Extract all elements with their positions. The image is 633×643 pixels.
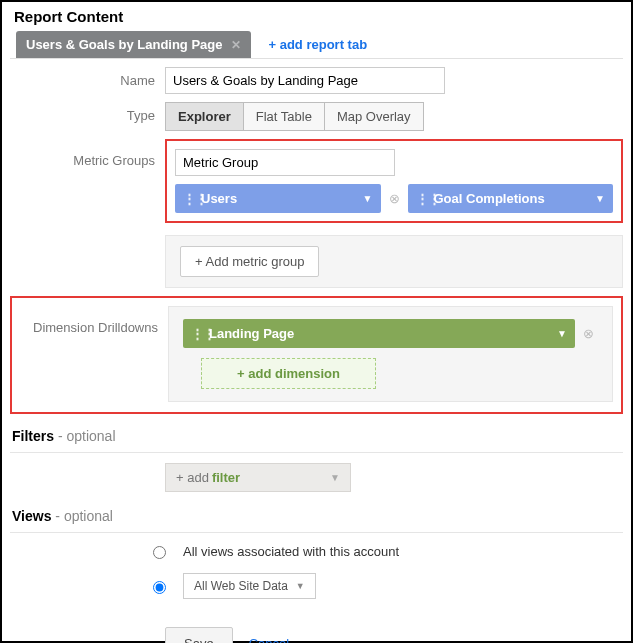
save-button[interactable]: Save — [165, 627, 233, 643]
tab-active[interactable]: Users & Goals by Landing Page ✕ — [16, 31, 251, 58]
chip-label: Goal Completions — [434, 191, 545, 206]
report-content-panel: Report Content Users & Goals by Landing … — [0, 0, 633, 643]
divider — [10, 532, 623, 533]
report-name-input[interactable] — [165, 67, 445, 94]
label-metric-groups: Metric Groups — [10, 139, 165, 168]
radio-label: All views associated with this account — [183, 544, 399, 559]
add-filter-button[interactable]: + add filter ▼ — [165, 463, 351, 492]
cancel-link[interactable]: Cancel — [249, 636, 289, 643]
chevron-down-icon: ▼ — [330, 472, 340, 483]
chip-label: Landing Page — [209, 326, 294, 341]
chevron-down-icon: ▼ — [296, 581, 305, 591]
add-dimension-button[interactable]: + add dimension — [201, 358, 376, 389]
chevron-down-icon[interactable]: ▼ — [595, 193, 605, 204]
dimension-drilldowns-highlight: Dimension Drilldowns ⋮⋮ Landing Page ▼ ⊗… — [10, 296, 623, 414]
section-title: Report Content — [10, 8, 623, 25]
label-name: Name — [10, 67, 165, 88]
views-radio-selected: All Web Site Data ▼ — [148, 573, 623, 599]
drag-handle-icon[interactable]: ⋮⋮ — [191, 326, 201, 341]
add-metric-group-box: + Add metric group — [165, 235, 623, 288]
tab-label: Users & Goals by Landing Page — [26, 37, 223, 52]
type-explorer[interactable]: Explorer — [165, 102, 244, 131]
metric-chip-goal-completions[interactable]: ⋮⋮ Goal Completions ▼ — [408, 184, 614, 213]
remove-dimension[interactable]: ⊗ — [579, 326, 598, 341]
drag-handle-icon[interactable]: ⋮⋮ — [183, 191, 193, 206]
close-icon[interactable]: ✕ — [231, 38, 241, 52]
label-type: Type — [10, 102, 165, 123]
remove-metric-users[interactable]: ⊗ — [385, 191, 404, 206]
row-metric-groups: Metric Groups ⋮⋮ Users ▼ ⊗ ⋮⋮ Goal Compl… — [10, 139, 623, 288]
dimension-chip-landing-page[interactable]: ⋮⋮ Landing Page ▼ — [183, 319, 575, 348]
divider — [10, 452, 623, 453]
chevron-down-icon[interactable]: ▼ — [557, 328, 567, 339]
row-name: Name — [10, 67, 623, 94]
radio-all-views[interactable] — [153, 546, 166, 559]
row-type: Type Explorer Flat Table Map Overlay — [10, 102, 623, 131]
filters-heading: Filters - optional — [12, 428, 623, 444]
label-dimension-drilldowns: Dimension Drilldowns — [20, 306, 168, 335]
radio-selected-view[interactable] — [153, 581, 166, 594]
add-metric-group-button[interactable]: + Add metric group — [180, 246, 319, 277]
metric-chip-users[interactable]: ⋮⋮ Users ▼ — [175, 184, 381, 213]
metric-group-name-input[interactable] — [175, 149, 395, 176]
metric-groups-highlight: ⋮⋮ Users ▼ ⊗ ⋮⋮ Goal Completions ▼ — [165, 139, 623, 223]
form-actions: Save Cancel — [165, 627, 623, 643]
views-heading: Views - optional — [12, 508, 623, 524]
type-flat-table[interactable]: Flat Table — [243, 102, 325, 131]
drag-handle-icon[interactable]: ⋮⋮ — [416, 191, 426, 206]
view-select-dropdown[interactable]: All Web Site Data ▼ — [183, 573, 316, 599]
report-tabs: Users & Goals by Landing Page ✕ + add re… — [10, 31, 623, 59]
type-map-overlay[interactable]: Map Overlay — [324, 102, 424, 131]
chevron-down-icon[interactable]: ▼ — [363, 193, 373, 204]
add-report-tab[interactable]: + add report tab — [269, 37, 368, 52]
views-radio-all: All views associated with this account — [148, 543, 623, 559]
